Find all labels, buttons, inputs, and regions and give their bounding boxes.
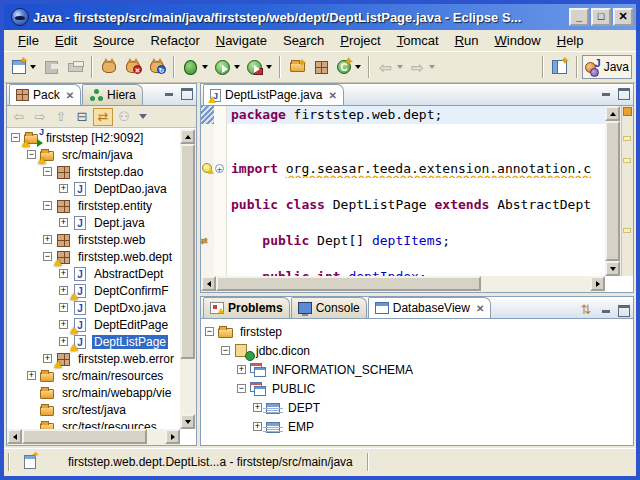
collapse-icon[interactable]: − — [237, 384, 246, 393]
new-java-project-button[interactable] — [285, 55, 309, 79]
expand-icon[interactable]: + — [253, 403, 262, 412]
tree-item[interactable]: +DeptDxo.java — [7, 299, 180, 316]
refresh-database-icon[interactable]: ⇅ — [576, 300, 596, 318]
minimize-view-icon[interactable] — [600, 87, 613, 98]
link-with-editor-button[interactable]: ⇄ — [93, 108, 113, 126]
code-line[interactable]: package firststep.web.dept; — [201, 106, 605, 124]
warning-marker[interactable] — [623, 136, 631, 141]
collapse-icon[interactable]: − — [43, 167, 52, 176]
print-button[interactable] — [63, 55, 87, 79]
tree-item[interactable]: +AbstractDept — [7, 265, 180, 282]
minimize-view-icon[interactable] — [600, 304, 613, 315]
back-button[interactable]: ⇦ — [9, 108, 29, 126]
open-perspective-button[interactable] — [548, 55, 572, 79]
collapse-icon[interactable]: − — [27, 150, 36, 159]
tree-item[interactable]: +Dept.java — [7, 214, 180, 231]
expand-icon[interactable]: + — [59, 269, 68, 278]
maximize-view-icon[interactable] — [180, 87, 193, 98]
debug-button[interactable] — [179, 55, 211, 79]
tree-item[interactable]: src/test/java — [7, 401, 180, 418]
expand-icon[interactable]: + — [253, 422, 262, 431]
package-tree-hscrollbar[interactable] — [7, 429, 180, 445]
warning-marker[interactable] — [623, 228, 631, 233]
tree-item[interactable]: +DeptConfirmF — [7, 282, 180, 299]
tree-item[interactable]: +DEPT — [201, 398, 633, 417]
tree-item[interactable]: −src/main/java — [7, 146, 180, 163]
scroll-down-button[interactable] — [180, 414, 195, 429]
tree-item[interactable]: −firststep — [201, 322, 633, 341]
new-wizard-button[interactable] — [8, 55, 39, 79]
scroll-left-button[interactable] — [201, 276, 216, 291]
tomcat-restart-button[interactable]: ↻ — [145, 55, 169, 79]
code-line[interactable]: public int deptIndex; — [201, 268, 605, 276]
forward-button[interactable]: ⇨ — [406, 55, 438, 79]
expand-icon[interactable]: + — [43, 235, 52, 244]
tree-item[interactable]: −Jfirststep [H2:9092] — [7, 129, 180, 146]
vscroll-thumb[interactable] — [605, 121, 620, 261]
code-line[interactable] — [201, 124, 605, 142]
menu-item-tomcat[interactable]: Tomcat — [389, 31, 447, 50]
save-button[interactable] — [39, 55, 63, 79]
focus-button[interactable]: ⚇ — [114, 108, 134, 126]
menu-item-refactor[interactable]: Refactor — [143, 31, 208, 50]
java-perspective-button[interactable]: JJava — [582, 55, 632, 79]
collapse-icon[interactable]: − — [205, 327, 214, 336]
view-tab-console[interactable]: Console — [291, 297, 367, 318]
title-bar[interactable]: Java - firststep/src/main/java/firststep… — [4, 4, 636, 30]
view-tab-pack[interactable]: Pack✕ — [9, 84, 81, 105]
quickfix-warning-icon[interactable] — [202, 163, 212, 173]
minimize-button[interactable]: _ — [569, 8, 589, 26]
external-tools-button[interactable] — [243, 55, 275, 79]
tree-item[interactable]: −firststep.entity — [7, 197, 180, 214]
run-button[interactable] — [211, 55, 243, 79]
fold-expand-icon[interactable]: + — [215, 164, 224, 173]
tree-item[interactable]: +DeptEditPage — [7, 316, 180, 333]
tree-item[interactable]: −jdbc.dicon — [201, 341, 633, 360]
maximize-view-icon[interactable] — [617, 87, 630, 98]
view-tab-problems[interactable]: Problems — [203, 297, 290, 318]
code-line[interactable]: +import org.seasar.teeda.extension.annot… — [201, 160, 605, 178]
editor-tab-deptlistpage.java[interactable]: DeptListPage.java✕ — [203, 84, 344, 105]
tomcat-start-button[interactable] — [97, 55, 121, 79]
collapse-icon[interactable]: − — [43, 201, 52, 210]
menu-item-search[interactable]: Search — [275, 31, 332, 50]
forward-button[interactable]: ⇨ — [30, 108, 50, 126]
code-line[interactable]: public class DeptListPage extends Abstra… — [201, 196, 605, 214]
maximize-view-icon[interactable] — [617, 304, 630, 315]
expand-icon[interactable]: + — [59, 337, 68, 346]
package-explorer-tree[interactable]: −Jfirststep [H2:9092]−src/main/java−firs… — [7, 129, 180, 429]
expand-icon[interactable]: + — [59, 286, 68, 295]
tree-item[interactable]: −PUBLIC — [201, 379, 633, 398]
collapse-all-button[interactable]: ⊟ — [72, 108, 92, 126]
tree-item[interactable]: +firststep.web — [7, 231, 180, 248]
vscroll-thumb[interactable] — [180, 144, 195, 359]
collapse-icon[interactable]: − — [43, 252, 52, 261]
close-button[interactable]: ✕ — [613, 8, 633, 26]
code-line[interactable] — [201, 250, 605, 268]
back-button[interactable]: ⇦ — [374, 55, 406, 79]
database-view-tree[interactable]: −firststep−jdbc.dicon+INFORMATION_SCHEMA… — [201, 320, 633, 445]
code-line[interactable] — [201, 178, 605, 196]
collapse-icon[interactable]: − — [11, 133, 20, 142]
scroll-up-button[interactable] — [180, 129, 195, 144]
new-java-class-button[interactable]: C — [333, 55, 364, 79]
code-line[interactable] — [201, 214, 605, 232]
tree-item[interactable]: src/main/webapp/vie — [7, 384, 180, 401]
expand-icon[interactable]: + — [59, 184, 68, 193]
expand-icon[interactable]: + — [43, 354, 52, 363]
maximize-button[interactable]: □ — [591, 8, 611, 26]
tree-item[interactable]: −firststep.web.dept — [7, 248, 180, 265]
scroll-right-button[interactable] — [165, 429, 180, 444]
menu-item-run[interactable]: Run — [447, 31, 487, 50]
package-tree-vscrollbar[interactable] — [180, 129, 196, 429]
tree-item[interactable]: +src/main/resources — [7, 367, 180, 384]
scroll-right-button[interactable] — [590, 276, 605, 291]
expand-icon[interactable]: + — [59, 303, 68, 312]
close-tab-icon[interactable]: ✕ — [474, 303, 484, 314]
tree-item[interactable]: +firststep.web.error — [7, 350, 180, 367]
menu-item-source[interactable]: Source — [85, 31, 142, 50]
scroll-left-button[interactable] — [7, 429, 22, 444]
view-tab-databaseview[interactable]: DatabaseView✕ — [368, 297, 492, 318]
menu-item-file[interactable]: File — [10, 31, 47, 50]
expand-icon[interactable]: + — [27, 371, 36, 380]
